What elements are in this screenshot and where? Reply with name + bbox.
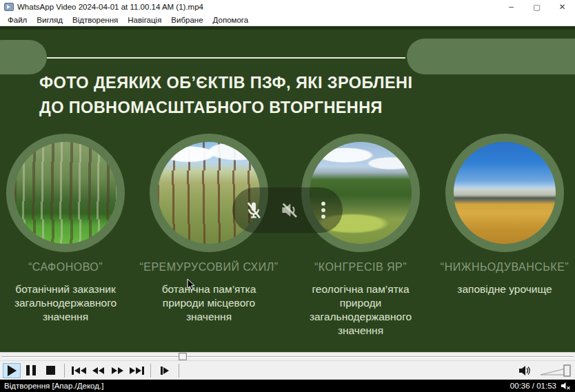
play-icon: [8, 365, 17, 376]
fast-forward-button[interactable]: [108, 363, 126, 378]
seek-thumb[interactable]: [179, 353, 187, 360]
menu-file[interactable]: Файл: [3, 16, 32, 24]
slide-title: ФОТО ДЕЯКИХ ОБ’ЄКТІВ ПЗФ, ЯКІ ЗРОБЛЕНІ Д…: [39, 70, 467, 120]
playback-toolbar: [0, 360, 575, 380]
decorative-pill-right: [407, 39, 575, 74]
more-options-icon: [315, 200, 332, 220]
status-bar: Відтворення [Апар./Декод.] 00:36 / 01:53: [0, 380, 575, 392]
stop-icon: [46, 366, 55, 375]
window-title: WhatsApp Video 2024-04-01 at 11.00.14 AM…: [17, 3, 203, 11]
rewind-button[interactable]: [89, 363, 107, 378]
mic-muted-icon: [243, 200, 264, 220]
forest-photo: [14, 142, 117, 244]
skip-to-start-button[interactable]: [70, 363, 88, 378]
menu-navigation[interactable]: Навігація: [123, 16, 166, 24]
item-description: заповідне урочище: [436, 282, 574, 296]
audio-muted-icon: [561, 382, 571, 390]
toolbar-separator: [150, 364, 151, 378]
decorative-pill-left: [0, 40, 47, 74]
menu-favorites[interactable]: Вибране: [166, 16, 208, 24]
slide-title-line1: ФОТО ДЕЯКИХ ОБ’ЄКТІВ ПЗФ, ЯКІ ЗРОБЛЕНІ: [39, 70, 467, 95]
fast-forward-icon: [112, 367, 123, 374]
maximize-button[interactable]: ▢: [524, 0, 549, 14]
toolbar-separator: [64, 364, 65, 378]
video-display-area[interactable]: ФОТО ДЕЯКИХ ОБ’ЄКТІВ ПЗФ, ЯКІ ЗРОБЛЕНІ Д…: [0, 26, 575, 352]
app-icon: [4, 3, 14, 11]
volume-slider[interactable]: [539, 363, 572, 378]
time-display: 00:36 / 01:53: [510, 382, 556, 390]
item-name: “НИЖНЬОДУВАНСЬКЕ”: [441, 261, 569, 274]
seek-bar[interactable]: [0, 352, 575, 360]
menu-view[interactable]: Вигляд: [32, 16, 68, 24]
title-bar: WhatsApp Video 2024-04-01 at 11.00.14 AM…: [0, 0, 575, 14]
frame-step-button[interactable]: [156, 363, 174, 378]
menu-bar: Файл Вигляд Відтворення Навігація Вибран…: [0, 14, 575, 26]
media-player-window: WhatsApp Video 2024-04-01 at 11.00.14 AM…: [0, 0, 575, 392]
playback-status-text: Відтворення [Апар./Декод.]: [4, 382, 103, 390]
speaker-muted-icon: [279, 199, 301, 221]
minimize-button[interactable]: –: [498, 0, 524, 14]
menu-playback[interactable]: Відтворення: [68, 16, 123, 24]
slide-item-safonovo: “САФОНОВО” ботанічний заказник загальнод…: [0, 134, 138, 324]
slide-title-line2: ДО ПОВНОМАСШТАБНОГО ВТОРГНЕННЯ: [39, 95, 467, 120]
item-description: ботанічна пам’ятка природи місцевого зна…: [145, 282, 273, 324]
slide-item-nyzhnoduvanske: “НИЖНЬОДУВАНСЬКЕ” заповідне урочище: [432, 134, 575, 296]
photo-circle: [445, 134, 564, 252]
item-name: “САФОНОВО”: [28, 261, 103, 274]
steppe-photo: [454, 142, 556, 244]
pause-button[interactable]: [22, 363, 40, 378]
rewind-icon: [92, 367, 104, 374]
mouse-cursor: [187, 278, 196, 291]
call-controls-overlay: [232, 187, 343, 233]
menu-help[interactable]: Допомога: [208, 16, 254, 24]
item-name: “КОНГРЕСІВ ЯР”: [314, 261, 407, 274]
stop-button[interactable]: [41, 363, 59, 378]
volume-icon[interactable]: [517, 364, 534, 377]
skip-to-end-button[interactable]: [128, 363, 145, 378]
frame-step-icon: [161, 367, 169, 375]
title-divider-line: [47, 57, 405, 59]
play-button[interactable]: [3, 363, 21, 378]
item-description: геологічна пам’ятка природи загальнодерж…: [300, 282, 421, 338]
video-top-strip: [0, 26, 575, 30]
item-name: “ЕРЕМУРУСОВИЙ СХИЛ”: [139, 261, 278, 274]
toolbar-separator: [179, 364, 179, 378]
skip-to-start-icon: [72, 367, 86, 375]
item-description: ботанічний заказник загальнодержавного з…: [0, 282, 132, 324]
pause-icon: [26, 365, 36, 375]
close-button[interactable]: ✕: [549, 0, 575, 14]
skip-to-end-icon: [130, 367, 144, 375]
slide-item-kongresiv-yar: “КОНГРЕСІВ ЯР” геологічна пам’ятка приро…: [288, 134, 433, 338]
photo-circle: [6, 134, 125, 252]
